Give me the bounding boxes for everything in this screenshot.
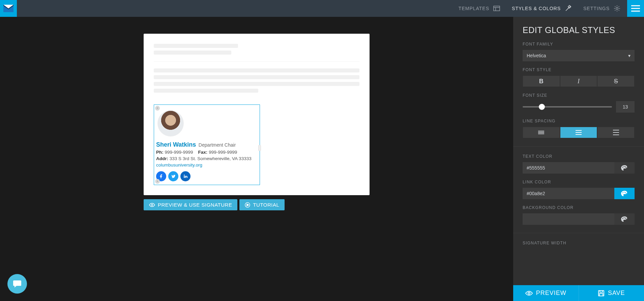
slider-thumb[interactable]	[539, 104, 545, 110]
font-family-select[interactable]: Helvetica ▾	[523, 50, 635, 61]
strikethrough-icon: S	[614, 78, 618, 85]
line-spacing-group	[523, 127, 635, 138]
nav-templates[interactable]: TEMPLATES	[459, 5, 500, 12]
preview-button[interactable]: PREVIEW	[513, 285, 579, 301]
eye-icon	[525, 291, 533, 296]
preview-use-signature-button[interactable]: PREVIEW & USE SIGNATURE	[144, 199, 237, 210]
fax-label: Fax:	[198, 150, 208, 155]
spacing-wide-button[interactable]	[597, 127, 635, 138]
signature-width-label: SIGNATURE WIDTH	[523, 241, 635, 245]
topbar: TEMPLATES STYLES & COLORS SETTINGS	[0, 0, 644, 17]
signature-address-row[interactable]: Addr: 333 S 3rd St. Somewhereville, VA 3…	[156, 156, 258, 161]
italic-icon: I	[578, 78, 580, 85]
save-icon	[598, 290, 605, 297]
svg-point-33	[622, 218, 623, 219]
font-size-slider[interactable]	[523, 106, 612, 108]
add-element-top[interactable]: +	[155, 106, 160, 111]
twitter-button[interactable]	[168, 171, 178, 181]
avatar[interactable]	[157, 110, 184, 137]
divider	[154, 61, 359, 62]
preview-label: PREVIEW	[536, 290, 566, 297]
svg-point-27	[625, 167, 626, 167]
spacing-tight-button[interactable]	[523, 127, 560, 138]
font-size-label: FONT SIZE	[523, 93, 635, 98]
spacing-tight-icon	[538, 130, 544, 134]
tutorial-label: TUTORIAL	[253, 202, 279, 208]
design-icon	[565, 5, 572, 12]
placeholder-line	[154, 51, 231, 55]
nav-styles-label: STYLES & COLORS	[512, 6, 561, 11]
placeholder-line	[154, 68, 359, 72]
svg-point-34	[624, 217, 624, 218]
menu-button[interactable]	[627, 0, 644, 17]
top-navigation: TEMPLATES STYLES & COLORS SETTINGS	[459, 0, 627, 17]
panel-title: EDIT GLOBAL STYLES	[523, 25, 635, 35]
nav-styles-colors[interactable]: STYLES & COLORS	[512, 5, 572, 12]
font-size-value[interactable]: 13	[616, 101, 635, 113]
svg-point-30	[624, 192, 624, 192]
svg-marker-15	[247, 204, 249, 206]
resize-handle[interactable]	[258, 145, 261, 151]
panel-footer: PREVIEW SAVE	[513, 285, 644, 301]
palette-icon	[621, 190, 628, 197]
gear-icon	[614, 5, 620, 12]
bold-button[interactable]: B	[523, 76, 560, 87]
svg-point-9	[616, 7, 618, 9]
palette-icon	[621, 216, 628, 222]
placeholder-line	[154, 44, 238, 48]
nav-templates-label: TEMPLATES	[459, 6, 489, 11]
phone-value: 999-999-9999	[165, 150, 193, 155]
hamburger-icon	[631, 5, 640, 12]
link-color-picker[interactable]	[614, 188, 635, 199]
nav-settings[interactable]: SETTINGS	[583, 5, 620, 12]
signature-contact-row[interactable]: Ph: 999-999-9999 Fax: 999-999-9999	[156, 150, 258, 155]
spacing-wide-icon	[613, 130, 619, 135]
link-color-label: LINK COLOR	[523, 180, 635, 184]
strike-button[interactable]: S	[597, 76, 635, 87]
font-family-label: FONT FAMILY	[523, 42, 635, 47]
bg-color-input[interactable]	[523, 213, 614, 225]
text-color-input[interactable]	[523, 162, 614, 174]
preview-use-label: PREVIEW & USE SIGNATURE	[158, 202, 232, 208]
svg-point-32	[626, 193, 626, 194]
bg-color-label: BACKGROUND COLOR	[523, 205, 635, 210]
signature-title[interactable]: Department Chair	[199, 142, 236, 148]
chat-widget[interactable]	[7, 274, 27, 294]
play-icon	[245, 202, 250, 208]
signature-box[interactable]: + + Sheri Watkins Department Chair Ph: 9…	[154, 104, 260, 185]
templates-icon	[493, 5, 500, 12]
svg-rect-39	[600, 291, 603, 292]
svg-rect-40	[599, 294, 603, 296]
svg-point-35	[625, 218, 626, 218]
placeholder-line	[154, 89, 258, 93]
add-element-bottom[interactable]: +	[155, 179, 160, 184]
facebook-icon	[159, 174, 164, 179]
email-preview-card: + + Sheri Watkins Department Chair Ph: 9…	[144, 34, 370, 195]
phone-label: Ph:	[156, 150, 164, 155]
app-logo[interactable]	[0, 0, 17, 17]
italic-button[interactable]: I	[560, 76, 597, 87]
signature-name[interactable]: Sheri Watkins	[156, 141, 196, 148]
svg-point-13	[151, 204, 153, 206]
save-button[interactable]: SAVE	[579, 285, 644, 301]
placeholder-line	[154, 75, 359, 79]
font-style-label: FONT STYLE	[523, 67, 635, 72]
eye-icon	[149, 203, 155, 207]
fax-value: 999-999-9999	[209, 150, 237, 155]
link-color-input[interactable]	[523, 188, 614, 199]
placeholder-line	[154, 82, 359, 86]
spacing-medium-button[interactable]	[560, 127, 597, 138]
tutorial-button[interactable]: TUTORIAL	[239, 199, 285, 210]
font-style-group: B I S	[523, 76, 635, 87]
styles-panel: EDIT GLOBAL STYLES FONT FAMILY Helvetica…	[513, 17, 644, 301]
signature-website[interactable]: columbusuniversity.org	[156, 162, 202, 168]
linkedin-button[interactable]	[180, 171, 191, 181]
chat-icon	[12, 279, 22, 288]
svg-point-26	[624, 166, 624, 167]
line-spacing-label: LINE SPACING	[523, 119, 635, 123]
bold-icon: B	[539, 78, 544, 85]
svg-rect-3	[494, 6, 500, 11]
palette-icon	[621, 165, 628, 171]
bg-color-picker[interactable]	[614, 213, 635, 225]
text-color-picker[interactable]	[614, 162, 635, 174]
